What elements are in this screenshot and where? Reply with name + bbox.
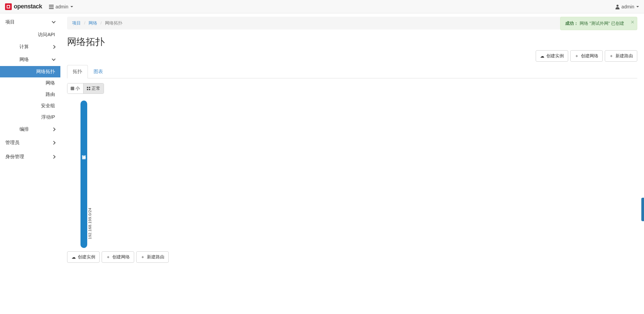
launch-instance-button[interactable]: ☁ 创建实例: [536, 50, 568, 62]
view-tabs: 拓扑 图表: [67, 65, 637, 78]
user-menu[interactable]: admin: [615, 4, 639, 9]
tab-graph[interactable]: 图表: [88, 65, 109, 78]
sidebar-item-label: 网络拓扑: [36, 69, 55, 74]
size-toggle: 小 正常: [67, 83, 104, 94]
tab-label: 拓扑: [73, 69, 82, 74]
scrollbar-thumb[interactable]: [641, 198, 644, 221]
create-network-button[interactable]: ＋ 创建网络: [102, 251, 134, 263]
sidebar-item-networks[interactable]: 网络: [0, 77, 60, 89]
bottom-actions: ☁ 创建实例 ＋ 创建网络 ＋ 新建路由: [67, 251, 637, 263]
network-node[interactable]: 测试外网: [80, 101, 87, 248]
project-selector-label: admin: [56, 4, 68, 9]
caret-down-icon: [70, 6, 73, 7]
button-label: 新建路由: [147, 254, 164, 260]
cloud-upload-icon: ☁: [540, 54, 544, 59]
button-label: 创建实例: [78, 254, 95, 260]
sidebar-group-identity[interactable]: 身份管理: [0, 150, 60, 164]
button-label: 新建路由: [615, 53, 633, 59]
plus-icon: ＋: [575, 53, 579, 59]
grid-small-icon: [71, 87, 74, 90]
chevron-right-icon: [52, 127, 55, 131]
size-small-button[interactable]: 小: [67, 83, 83, 93]
sidebar-group-admin[interactable]: 管理员: [0, 136, 60, 150]
sidebar-item-floating-ips[interactable]: 浮动IP: [0, 112, 60, 123]
sidebar-group-compute[interactable]: 计算: [0, 41, 60, 53]
tab-label: 图表: [94, 69, 103, 74]
top-navbar: openstack admin admin: [0, 0, 644, 13]
create-network-button[interactable]: ＋ 创建网络: [570, 50, 603, 62]
breadcrumb-current: 网络拓扑: [105, 20, 122, 25]
toast-prefix: 成功：: [565, 21, 578, 26]
breadcrumb-network[interactable]: 网络: [89, 20, 97, 25]
layers-icon: [49, 5, 54, 9]
sidebar-item-label: 浮动IP: [41, 114, 55, 120]
button-label: 创建实例: [546, 53, 564, 59]
user-menu-label: admin: [622, 4, 634, 9]
create-router-button[interactable]: ＋ 新建路由: [605, 50, 637, 62]
chevron-right-icon: [52, 45, 55, 49]
button-label: 创建网络: [112, 254, 130, 260]
sidebar-item-routers[interactable]: 路由: [0, 89, 60, 100]
cloud-upload-icon: ☁: [71, 255, 76, 260]
sidebar-group-network[interactable]: 网络: [0, 53, 60, 66]
chevron-right-icon: [52, 155, 55, 159]
topology-canvas[interactable]: 测试外网 192.168.199.0/24: [67, 101, 637, 248]
sidebar-group-orchestration[interactable]: 编排: [0, 123, 60, 136]
tab-topology[interactable]: 拓扑: [67, 65, 88, 78]
openstack-logo-icon: [5, 3, 12, 10]
page-title: 网络拓扑: [67, 36, 637, 48]
size-label: 小: [75, 85, 80, 91]
plus-icon: ＋: [141, 254, 145, 260]
sidebar-item-label: 路由: [46, 91, 55, 97]
sidebar-label: 计算: [19, 44, 29, 50]
plus-icon: ＋: [609, 53, 613, 59]
breadcrumb-project[interactable]: 项目: [72, 20, 81, 25]
toast-close-icon[interactable]: ×: [631, 19, 634, 25]
size-label: 正常: [92, 85, 100, 91]
breadcrumb-separator: /: [84, 20, 86, 25]
user-icon: [615, 5, 620, 9]
main-content: 成功： 网络 "测试外网" 已创建 × 项目 / 网络 / 网络拓扑 网络拓扑 …: [60, 13, 644, 269]
sidebar-label: 管理员: [5, 140, 19, 146]
plus-icon: ＋: [106, 254, 110, 260]
grid-large-icon: [87, 87, 90, 90]
breadcrumb-separator: /: [101, 20, 102, 25]
sidebar-label: 身份管理: [5, 154, 24, 160]
sidebar-item-topology[interactable]: 网络拓扑: [0, 66, 60, 77]
button-label: 创建网络: [581, 53, 598, 59]
sidebar-item-security-groups[interactable]: 安全组: [0, 100, 60, 112]
brand-text: openstack: [14, 3, 42, 10]
chevron-down-icon: [52, 57, 55, 61]
chevron-right-icon: [52, 141, 55, 144]
launch-instance-button[interactable]: ☁ 创建实例: [67, 251, 100, 263]
sidebar-label: 网络: [19, 57, 29, 63]
sidebar: 项目 访问API 计算 网络 网络拓扑 网络 路由 安全组 浮动IP: [0, 13, 60, 269]
cidr-label: 192.168.199.0/24: [88, 208, 92, 239]
success-toast: 成功： 网络 "测试外网" 已创建 ×: [560, 17, 637, 30]
chevron-down-icon: [52, 19, 55, 23]
brand[interactable]: openstack: [5, 3, 42, 10]
sidebar-item-access-api[interactable]: 访问API: [0, 29, 60, 41]
caret-down-icon: [636, 6, 639, 7]
sidebar-label: 编排: [19, 126, 29, 132]
top-actions: ☁ 创建实例 ＋ 创建网络 ＋ 新建路由: [536, 50, 637, 62]
breadcrumb: 项目 / 网络 / 网络拓扑: [67, 17, 637, 29]
size-normal-button[interactable]: 正常: [83, 83, 104, 93]
sidebar-item-label: 网络: [46, 80, 55, 85]
sidebar-item-label: 访问API: [38, 32, 55, 37]
toast-message: 网络 "测试外网" 已创建: [580, 21, 624, 26]
sidebar-group-project[interactable]: 项目: [0, 15, 60, 29]
sidebar-label: 项目: [5, 19, 15, 25]
project-selector[interactable]: admin: [49, 4, 73, 9]
sidebar-item-label: 安全组: [41, 103, 55, 108]
create-router-button[interactable]: ＋ 新建路由: [136, 251, 169, 263]
